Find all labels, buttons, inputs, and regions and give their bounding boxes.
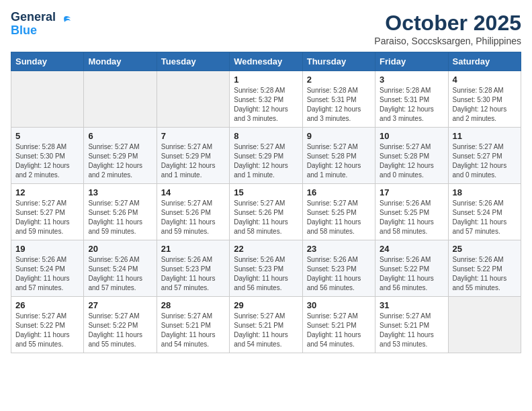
day-info: Sunrise: 5:27 AMSunset: 5:29 PMDaylight:…	[234, 142, 298, 180]
calendar-cell: 22Sunrise: 5:26 AMSunset: 5:23 PMDayligh…	[230, 240, 302, 297]
day-info: Sunrise: 5:27 AMSunset: 5:27 PMDaylight:…	[15, 199, 79, 236]
day-info: Sunrise: 5:26 AMSunset: 5:24 PMDaylight:…	[453, 199, 517, 236]
calendar-cell: 10Sunrise: 5:27 AMSunset: 5:28 PMDayligh…	[375, 128, 448, 184]
day-info: Sunrise: 5:26 AMSunset: 5:23 PMDaylight:…	[161, 255, 225, 293]
calendar-week-row: 26Sunrise: 5:27 AMSunset: 5:22 PMDayligh…	[11, 297, 521, 353]
calendar-cell: 1Sunrise: 5:28 AMSunset: 5:32 PMDaylight…	[230, 71, 302, 128]
day-number: 18	[453, 187, 517, 197]
day-info: Sunrise: 5:26 AMSunset: 5:25 PMDaylight:…	[380, 199, 443, 236]
calendar-cell: 7Sunrise: 5:27 AMSunset: 5:29 PMDaylight…	[157, 128, 229, 184]
day-info: Sunrise: 5:28 AMSunset: 5:30 PMDaylight:…	[15, 142, 79, 180]
day-info: Sunrise: 5:27 AMSunset: 5:25 PMDaylight:…	[307, 199, 371, 236]
weekday-header-wednesday: Wednesday	[230, 52, 302, 71]
calendar-cell: 9Sunrise: 5:27 AMSunset: 5:28 PMDaylight…	[302, 128, 375, 184]
day-info: Sunrise: 5:27 AMSunset: 5:28 PMDaylight:…	[380, 142, 443, 180]
day-info: Sunrise: 5:27 AMSunset: 5:22 PMDaylight:…	[15, 312, 79, 349]
day-info: Sunrise: 5:26 AMSunset: 5:23 PMDaylight:…	[307, 255, 371, 293]
day-number: 11	[453, 131, 517, 141]
day-number: 28	[161, 300, 225, 310]
calendar-cell: 2Sunrise: 5:28 AMSunset: 5:31 PMDaylight…	[302, 71, 375, 128]
day-info: Sunrise: 5:27 AMSunset: 5:21 PMDaylight:…	[307, 312, 371, 349]
calendar-week-row: 1Sunrise: 5:28 AMSunset: 5:32 PMDaylight…	[11, 71, 521, 128]
day-info: Sunrise: 5:26 AMSunset: 5:23 PMDaylight:…	[234, 255, 298, 293]
calendar-cell: 16Sunrise: 5:27 AMSunset: 5:25 PMDayligh…	[302, 184, 375, 240]
logo-general: GeneralBlue	[11, 11, 56, 38]
day-number: 25	[453, 244, 517, 254]
day-number: 22	[234, 244, 298, 254]
calendar-cell: 24Sunrise: 5:26 AMSunset: 5:22 PMDayligh…	[375, 240, 448, 297]
day-number: 9	[307, 131, 371, 141]
calendar-cell: 23Sunrise: 5:26 AMSunset: 5:23 PMDayligh…	[302, 240, 375, 297]
day-number: 13	[88, 187, 152, 197]
day-info: Sunrise: 5:27 AMSunset: 5:21 PMDaylight:…	[380, 312, 443, 349]
calendar-week-row: 19Sunrise: 5:26 AMSunset: 5:24 PMDayligh…	[11, 240, 521, 297]
calendar-cell: 18Sunrise: 5:26 AMSunset: 5:24 PMDayligh…	[448, 184, 521, 240]
day-info: Sunrise: 5:26 AMSunset: 5:22 PMDaylight:…	[380, 255, 443, 293]
day-number: 23	[307, 244, 371, 254]
calendar-cell: 12Sunrise: 5:27 AMSunset: 5:27 PMDayligh…	[11, 184, 84, 240]
calendar-cell: 3Sunrise: 5:28 AMSunset: 5:31 PMDaylight…	[375, 71, 448, 128]
day-info: Sunrise: 5:27 AMSunset: 5:26 PMDaylight:…	[161, 199, 225, 236]
day-number: 16	[307, 187, 371, 197]
logo-blue: Blue	[11, 24, 37, 37]
day-info: Sunrise: 5:27 AMSunset: 5:21 PMDaylight:…	[234, 312, 298, 349]
weekday-header-friday: Friday	[375, 52, 448, 71]
day-number: 15	[234, 187, 298, 197]
weekday-header-sunday: Sunday	[11, 52, 84, 71]
calendar-cell: 5Sunrise: 5:28 AMSunset: 5:30 PMDaylight…	[11, 128, 84, 184]
calendar-cell: 30Sunrise: 5:27 AMSunset: 5:21 PMDayligh…	[302, 297, 375, 353]
day-info: Sunrise: 5:27 AMSunset: 5:26 PMDaylight:…	[88, 199, 152, 236]
day-number: 17	[380, 187, 443, 197]
calendar-cell: 15Sunrise: 5:27 AMSunset: 5:26 PMDayligh…	[230, 184, 302, 240]
day-info: Sunrise: 5:27 AMSunset: 5:22 PMDaylight:…	[88, 312, 152, 349]
day-info: Sunrise: 5:27 AMSunset: 5:21 PMDaylight:…	[161, 312, 225, 349]
day-number: 3	[380, 75, 443, 85]
day-info: Sunrise: 5:26 AMSunset: 5:22 PMDaylight:…	[453, 255, 517, 293]
day-number: 30	[307, 300, 371, 310]
day-info: Sunrise: 5:28 AMSunset: 5:32 PMDaylight:…	[234, 86, 298, 124]
day-info: Sunrise: 5:28 AMSunset: 5:31 PMDaylight:…	[307, 86, 371, 124]
weekday-header-monday: Monday	[84, 52, 157, 71]
day-info: Sunrise: 5:27 AMSunset: 5:26 PMDaylight:…	[234, 199, 298, 236]
calendar-cell: 25Sunrise: 5:26 AMSunset: 5:22 PMDayligh…	[448, 240, 521, 297]
day-info: Sunrise: 5:27 AMSunset: 5:27 PMDaylight:…	[453, 142, 517, 180]
calendar-cell: 21Sunrise: 5:26 AMSunset: 5:23 PMDayligh…	[157, 240, 229, 297]
day-number: 4	[453, 75, 517, 85]
logo: GeneralBlue	[11, 11, 72, 38]
day-number: 10	[380, 131, 443, 141]
calendar-cell: 13Sunrise: 5:27 AMSunset: 5:26 PMDayligh…	[84, 184, 157, 240]
calendar-week-row: 5Sunrise: 5:28 AMSunset: 5:30 PMDaylight…	[11, 128, 521, 184]
calendar-cell: 8Sunrise: 5:27 AMSunset: 5:29 PMDaylight…	[230, 128, 302, 184]
calendar-cell: 27Sunrise: 5:27 AMSunset: 5:22 PMDayligh…	[84, 297, 157, 353]
day-info: Sunrise: 5:26 AMSunset: 5:24 PMDaylight:…	[88, 255, 152, 293]
calendar-cell: 4Sunrise: 5:28 AMSunset: 5:30 PMDaylight…	[448, 71, 521, 128]
calendar-table: SundayMondayTuesdayWednesdayThursdayFrid…	[11, 52, 521, 353]
calendar-cell: 17Sunrise: 5:26 AMSunset: 5:25 PMDayligh…	[375, 184, 448, 240]
weekday-header-row: SundayMondayTuesdayWednesdayThursdayFrid…	[11, 52, 521, 71]
weekday-header-thursday: Thursday	[302, 52, 375, 71]
day-info: Sunrise: 5:27 AMSunset: 5:29 PMDaylight:…	[88, 142, 152, 180]
day-number: 26	[15, 300, 79, 310]
day-number: 5	[15, 131, 79, 141]
calendar-cell	[157, 71, 229, 128]
calendar-cell: 26Sunrise: 5:27 AMSunset: 5:22 PMDayligh…	[11, 297, 84, 353]
calendar-cell	[11, 71, 84, 128]
day-number: 2	[307, 75, 371, 85]
calendar-cell: 14Sunrise: 5:27 AMSunset: 5:26 PMDayligh…	[157, 184, 229, 240]
page-header: GeneralBlue October 2025 Paraiso, Soccsk…	[11, 11, 521, 46]
day-number: 19	[15, 244, 79, 254]
day-info: Sunrise: 5:26 AMSunset: 5:24 PMDaylight:…	[15, 255, 79, 293]
calendar-cell: 31Sunrise: 5:27 AMSunset: 5:21 PMDayligh…	[375, 297, 448, 353]
day-number: 24	[380, 244, 443, 254]
logo-bird-icon	[57, 14, 72, 29]
calendar-cell: 6Sunrise: 5:27 AMSunset: 5:29 PMDaylight…	[84, 128, 157, 184]
title-section: October 2025 Paraiso, Soccsksargen, Phil…	[374, 11, 521, 46]
calendar-cell	[84, 71, 157, 128]
calendar-cell: 20Sunrise: 5:26 AMSunset: 5:24 PMDayligh…	[84, 240, 157, 297]
weekday-header-saturday: Saturday	[448, 52, 521, 71]
calendar-cell: 29Sunrise: 5:27 AMSunset: 5:21 PMDayligh…	[230, 297, 302, 353]
day-number: 1	[234, 75, 298, 85]
day-info: Sunrise: 5:28 AMSunset: 5:31 PMDaylight:…	[380, 86, 443, 124]
calendar-cell: 19Sunrise: 5:26 AMSunset: 5:24 PMDayligh…	[11, 240, 84, 297]
day-number: 31	[380, 300, 443, 310]
